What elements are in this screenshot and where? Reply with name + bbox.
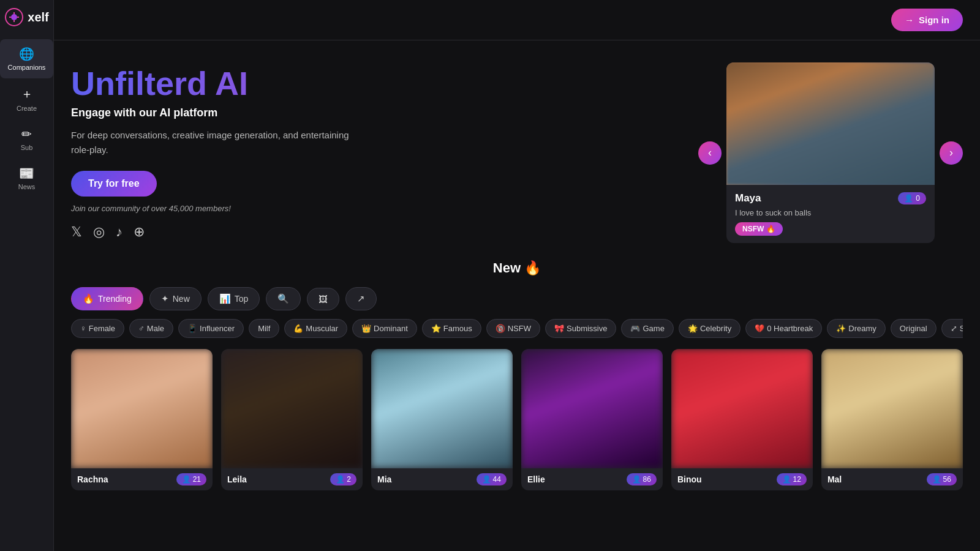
chip-game[interactable]: 🎮Game <box>621 319 673 338</box>
card-image-rachna <box>71 349 213 468</box>
join-text: Join our community of over 45,000 member… <box>71 204 674 213</box>
sign-in-button[interactable]: → Sign in <box>891 9 963 31</box>
svg-point-1 <box>11 14 17 20</box>
edit-icon: ✏ <box>21 127 32 141</box>
chart-icon: 📊 <box>219 293 231 304</box>
chip-female[interactable]: ♀Female <box>71 319 124 338</box>
chip-original[interactable]: Original <box>891 319 937 338</box>
chip-submissive[interactable]: 🎀Submissive <box>545 319 616 338</box>
new-section-label: New 🔥 <box>71 260 963 276</box>
card-footer-mia: Mia 👤 44 <box>371 468 513 490</box>
hero-subtitle: Engage with our AI platform <box>71 107 674 119</box>
person-icon: 👤 <box>482 475 491 484</box>
card-name-mia: Mia <box>377 474 391 484</box>
card-count-mal: 👤 56 <box>927 473 957 485</box>
chevron-right-icon: › <box>949 146 953 159</box>
main-content: → Sign in Unfilterd AI Engage with our A… <box>54 0 980 551</box>
hero-prev-button[interactable]: ‹ <box>698 141 722 165</box>
chip-showall[interactable]: ⤢Show all <box>941 319 963 338</box>
social-links: 𝕏 ◎ ♪ ⊕ <box>71 224 674 240</box>
person-icon: 👤 <box>932 475 941 484</box>
share-icon: ↗ <box>357 293 365 304</box>
tiktok-icon[interactable]: ♪ <box>116 224 123 240</box>
hero-card-description: I love to suck on balls <box>735 208 926 217</box>
sidebar-item-sub[interactable]: ✏ Sub <box>0 119 53 159</box>
tab-image[interactable]: 🖼 <box>307 288 339 310</box>
card-name-ellie: Ellie <box>527 474 545 484</box>
chip-celebrity[interactable]: 🌟Celebrity <box>679 319 741 338</box>
create-label: Create <box>17 105 37 112</box>
tab-search[interactable]: 🔍 <box>266 287 301 310</box>
sub-label: Sub <box>21 144 33 151</box>
discord-icon[interactable]: ◎ <box>93 224 105 240</box>
hero-card-area: ‹ Maya 👤 0 I love to <box>698 62 963 243</box>
sidebar-item-create[interactable]: ＋ Create <box>0 78 53 119</box>
card-mal[interactable]: Mal 👤 56 <box>821 349 963 490</box>
card-count-ellie: 👤 86 <box>627 473 657 485</box>
sidebar-item-companions[interactable]: 🌐 Companions <box>0 39 53 78</box>
sign-in-icon: → <box>905 15 914 25</box>
instagram-icon[interactable]: ⊕ <box>134 224 145 240</box>
header: → Sign in <box>54 0 980 40</box>
person-icon: 👤 <box>336 475 345 484</box>
tab-share[interactable]: ↗ <box>345 287 377 310</box>
hero-card-name: Maya <box>735 192 761 204</box>
card-rachna[interactable]: Rachna 👤 21 <box>71 349 213 490</box>
card-count-mia: 👤 44 <box>477 473 507 485</box>
card-name-leila: Leila <box>227 474 247 484</box>
hero-card-info: Maya 👤 0 I love to suck on balls NSFW 🔥 <box>726 185 935 243</box>
chip-male[interactable]: ♂Male <box>129 319 173 338</box>
chip-nsfw[interactable]: 🔞NSFW <box>486 319 540 338</box>
twitter-icon[interactable]: 𝕏 <box>71 224 82 240</box>
card-footer-rachna: Rachna 👤 21 <box>71 468 213 490</box>
card-footer-mal: Mal 👤 56 <box>821 468 963 490</box>
hero-card-image <box>726 62 935 185</box>
content-area: Unfilterd AI Engage with our AI platform… <box>54 40 980 551</box>
chip-influencer[interactable]: 📱Influencer <box>178 319 244 338</box>
sidebar: xelf 🌐 Companions ＋ Create ✏ Sub 📰 News <box>0 0 54 551</box>
filter-tabs: 🔥 Trending ✦ New 📊 Top 🔍 🖼 ↗ <box>71 287 963 310</box>
chip-heartbreak[interactable]: 💔0 Heartbreak <box>745 319 822 338</box>
nsfw-badge: NSFW 🔥 <box>735 222 783 236</box>
hero-title: Unfilterd AI <box>71 66 674 102</box>
sidebar-item-news[interactable]: 📰 News <box>0 159 53 198</box>
image-icon: 🖼 <box>318 294 328 304</box>
card-count-leila: 👤 2 <box>330 473 356 485</box>
card-mia[interactable]: Mia 👤 44 <box>371 349 513 490</box>
chip-dreamy[interactable]: ✨Dreamy <box>827 319 886 338</box>
news-icon: 📰 <box>19 166 34 181</box>
person-icon: 👤 <box>782 475 791 484</box>
hero-card[interactable]: Maya 👤 0 I love to suck on balls NSFW 🔥 <box>726 62 935 243</box>
hero-text: Unfilterd AI Engage with our AI platform… <box>71 62 674 243</box>
chip-milf[interactable]: Milf <box>249 319 279 338</box>
chip-muscular[interactable]: 💪Muscular <box>284 319 347 338</box>
try-free-label: Try for free <box>88 178 140 189</box>
try-free-button[interactable]: Try for free <box>71 171 157 197</box>
card-footer-binou: Binou 👤 12 <box>671 468 813 490</box>
fire-icon: 🔥 <box>83 293 94 304</box>
card-image-mia <box>371 349 513 468</box>
cards-grid: Rachna 👤 21 Leila 👤 2 <box>71 349 963 490</box>
chip-famous[interactable]: ⭐Famous <box>422 319 481 338</box>
card-image-binou <box>671 349 813 468</box>
plus-icon: ＋ <box>21 86 33 102</box>
new-label-tab: New <box>173 294 190 304</box>
card-footer-leila: Leila 👤 2 <box>221 468 363 490</box>
card-image-mal <box>821 349 963 468</box>
tab-new[interactable]: ✦ New <box>149 287 202 310</box>
person-icon: 👤 <box>182 475 191 484</box>
card-footer-ellie: Ellie 👤 86 <box>521 468 663 490</box>
card-ellie[interactable]: Ellie 👤 86 <box>521 349 663 490</box>
news-label: News <box>18 183 36 190</box>
card-binou[interactable]: Binou 👤 12 <box>671 349 813 490</box>
tab-top[interactable]: 📊 Top <box>208 287 260 310</box>
search-icon: 🔍 <box>277 293 289 304</box>
chevron-left-icon: ‹ <box>708 146 712 159</box>
chip-dominant[interactable]: 👑Dominant <box>352 319 417 338</box>
hero-next-button[interactable]: › <box>940 141 963 165</box>
category-chips: ♀Female ♂Male 📱Influencer Milf 💪Muscular… <box>71 319 963 338</box>
card-leila[interactable]: Leila 👤 2 <box>221 349 363 490</box>
trending-label: Trending <box>98 294 132 304</box>
logo[interactable]: xelf <box>4 7 48 27</box>
tab-trending[interactable]: 🔥 Trending <box>71 287 143 310</box>
